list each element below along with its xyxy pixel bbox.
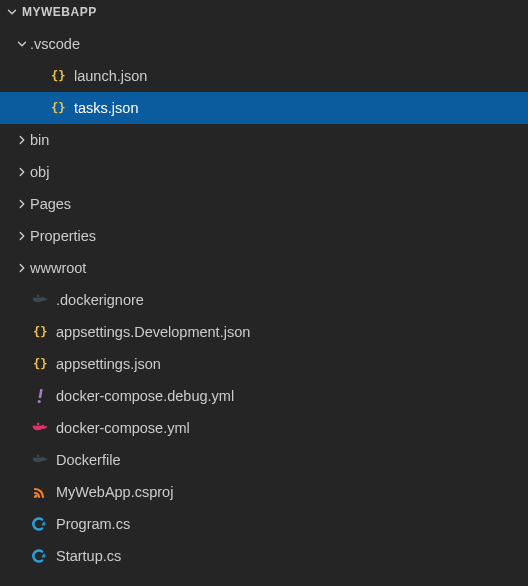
- chevron-down-icon: [14, 36, 30, 52]
- file-row[interactable]: {}appsettings.json: [0, 348, 528, 380]
- svg-rect-17: [37, 455, 39, 457]
- twisty-spacer: [14, 548, 30, 564]
- svg-text:#: #: [42, 552, 46, 559]
- chevron-right-icon: [14, 228, 30, 244]
- twisty-spacer: [32, 68, 48, 84]
- json-braces-icon: {}: [30, 354, 50, 374]
- svg-rect-13: [37, 423, 39, 425]
- svg-point-18: [34, 494, 37, 497]
- exclamation-icon: [30, 386, 50, 406]
- chevron-right-icon: [14, 164, 30, 180]
- folder-label: .vscode: [30, 36, 80, 52]
- file-label: Dockerfile: [56, 452, 120, 468]
- svg-text:{}: {}: [33, 325, 47, 339]
- twisty-spacer: [32, 100, 48, 116]
- twisty-spacer: [14, 484, 30, 500]
- folder-label: wwwroot: [30, 260, 86, 276]
- file-label: appsettings.Development.json: [56, 324, 250, 340]
- svg-text:{}: {}: [51, 101, 65, 115]
- file-row[interactable]: {}appsettings.Development.json: [0, 316, 528, 348]
- chevron-right-icon: [14, 260, 30, 276]
- chevron-down-icon: [4, 4, 20, 20]
- file-row[interactable]: Dockerfile: [0, 444, 528, 476]
- twisty-spacer: [14, 420, 30, 436]
- svg-text:{}: {}: [33, 357, 47, 371]
- twisty-spacer: [14, 356, 30, 372]
- file-label: launch.json: [74, 68, 147, 84]
- xml-feed-icon: [30, 482, 50, 502]
- file-label: Program.cs: [56, 516, 130, 532]
- file-row[interactable]: docker-compose.debug.yml: [0, 380, 528, 412]
- file-label: docker-compose.debug.yml: [56, 388, 234, 404]
- chevron-right-icon: [14, 196, 30, 212]
- csharp-icon: #: [30, 546, 50, 566]
- svg-text:#: #: [42, 520, 46, 527]
- file-row[interactable]: #Program.cs: [0, 508, 528, 540]
- folder-row[interactable]: Properties: [0, 220, 528, 252]
- docker-whale-icon: [30, 418, 50, 438]
- folder-label: obj: [30, 164, 49, 180]
- file-row[interactable]: .dockerignore: [0, 284, 528, 316]
- folder-label: Properties: [30, 228, 96, 244]
- folder-row[interactable]: wwwroot: [0, 252, 528, 284]
- folder-row[interactable]: bin: [0, 124, 528, 156]
- file-label: docker-compose.yml: [56, 420, 190, 436]
- svg-rect-5: [37, 295, 39, 297]
- file-label: MyWebApp.csproj: [56, 484, 173, 500]
- twisty-spacer: [14, 452, 30, 468]
- json-braces-icon: {}: [48, 66, 68, 86]
- file-row[interactable]: {}tasks.json: [0, 92, 528, 124]
- svg-rect-8: [39, 389, 43, 398]
- folder-row[interactable]: obj: [0, 156, 528, 188]
- twisty-spacer: [14, 324, 30, 340]
- file-row[interactable]: MyWebApp.csproj: [0, 476, 528, 508]
- file-row[interactable]: docker-compose.yml: [0, 412, 528, 444]
- docker-whale-icon: [30, 290, 50, 310]
- chevron-right-icon: [14, 132, 30, 148]
- json-braces-icon: {}: [48, 98, 68, 118]
- file-row[interactable]: {}launch.json: [0, 60, 528, 92]
- twisty-spacer: [14, 292, 30, 308]
- docker-whale-icon: [30, 450, 50, 470]
- explorer-section-header[interactable]: MYWEBAPP: [0, 0, 528, 24]
- folder-label: Pages: [30, 196, 71, 212]
- folder-row[interactable]: Pages: [0, 188, 528, 220]
- project-title: MYWEBAPP: [22, 5, 97, 19]
- svg-text:{}: {}: [51, 69, 65, 83]
- csharp-icon: #: [30, 514, 50, 534]
- file-label: tasks.json: [74, 100, 138, 116]
- file-label: Startup.cs: [56, 548, 121, 564]
- file-row[interactable]: #Startup.cs: [0, 540, 528, 572]
- folder-row[interactable]: .vscode: [0, 28, 528, 60]
- file-label: appsettings.json: [56, 356, 161, 372]
- twisty-spacer: [14, 388, 30, 404]
- twisty-spacer: [14, 516, 30, 532]
- svg-point-9: [38, 400, 41, 403]
- file-label: .dockerignore: [56, 292, 144, 308]
- folder-label: bin: [30, 132, 49, 148]
- file-tree: .vscode{}launch.json{}tasks.jsonbinobjPa…: [0, 24, 528, 572]
- json-braces-icon: {}: [30, 322, 50, 342]
